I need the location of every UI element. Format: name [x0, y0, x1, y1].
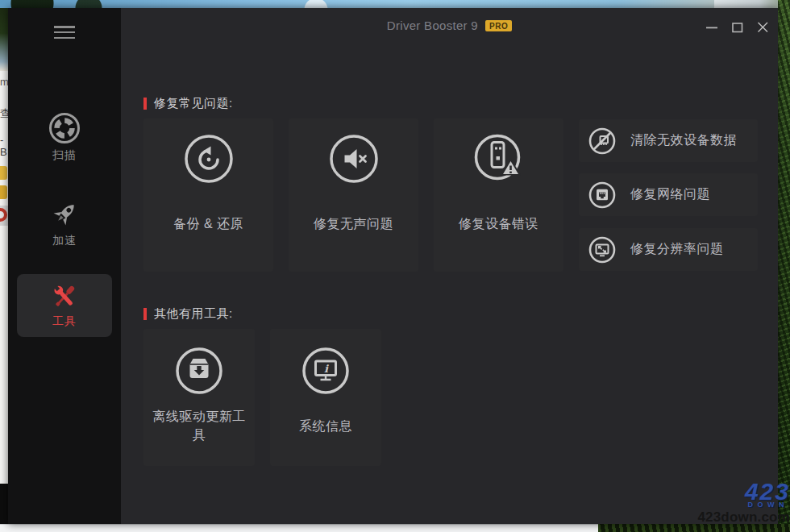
system-info-monitor-icon: i	[301, 347, 350, 395]
tile-fix-device-error[interactable]: 修复设备错误	[434, 118, 563, 272]
watermark-site-url: 423down.com	[684, 510, 790, 524]
tile-label: 备份 & 还原	[143, 205, 273, 242]
wallpaper-grass-bottom	[598, 524, 790, 532]
minimize-icon[interactable]	[706, 22, 718, 33]
backup-restore-icon	[184, 134, 234, 184]
mute-speaker-icon	[329, 134, 379, 184]
red-accent-bar	[143, 98, 147, 110]
driver-booster-window: 扫描 加速	[8, 8, 778, 524]
desktop: m 查 -B 扫描	[0, 0, 790, 532]
watermark-down: DOWN	[684, 501, 788, 509]
wallpaper-tree-right	[778, 0, 790, 532]
menu-hamburger-icon[interactable]	[54, 26, 75, 39]
background-window-left-edge: m 查 -B	[0, 8, 8, 524]
app-title: Driver Booster 9	[387, 19, 478, 32]
screen-resolution-icon	[588, 235, 617, 264]
background-text-fragment: 查	[0, 106, 8, 121]
sidebar-item-label: 加速	[8, 234, 121, 248]
tile-system-information[interactable]: i 系统信息	[270, 329, 381, 466]
rocket-icon	[48, 198, 81, 231]
button-label: 清除无效设备数据	[630, 132, 737, 149]
maximize-icon[interactable]	[732, 22, 743, 33]
svg-text:i: i	[324, 363, 329, 375]
tile-fix-no-sound[interactable]: 修复无声问题	[289, 118, 418, 272]
sidebar-item-label: 工具	[17, 314, 112, 329]
background-text-fragment: m	[0, 76, 8, 88]
background-folder-icon	[0, 185, 7, 199]
sidebar-item-label: 扫描	[8, 148, 121, 163]
device-error-icon	[474, 134, 524, 184]
button-clear-invalid-device-data[interactable]: 清除无效设备数据	[579, 119, 758, 162]
background-shadow	[0, 484, 8, 524]
button-label: 修复分辨率问题	[630, 241, 724, 258]
pro-badge: PRO	[485, 20, 512, 31]
tile-label: 系统信息	[270, 406, 381, 445]
clear-invalid-device-icon	[588, 127, 617, 156]
sidebar: 扫描 加速	[8, 8, 121, 524]
titlebar: Driver Booster 9 PRO	[121, 8, 778, 45]
sidebar-item-boost[interactable]: 加速	[8, 198, 121, 255]
wallpaper-leaves-left	[0, 8, 8, 71]
tile-offline-driver-updater[interactable]: 离线驱动更新工具	[143, 329, 255, 466]
sidebar-item-scan[interactable]: 扫描	[8, 111, 121, 168]
background-window-bottom-edge	[0, 524, 598, 532]
button-fix-network-problems[interactable]: 修复网络问题	[579, 173, 758, 216]
section-heading-other-tools: 其他有用工具:	[143, 306, 233, 322]
tile-label: 修复无声问题	[289, 205, 418, 242]
tile-label: 修复设备错误	[434, 205, 563, 242]
section-heading-fix: 修复常见问题:	[143, 96, 233, 111]
button-fix-resolution-problems[interactable]: 修复分辨率问题	[579, 228, 758, 271]
background-folder-icon	[0, 166, 7, 180]
watermark-423down: 423 DOWN 423down.com	[684, 480, 790, 524]
red-accent-bar	[143, 308, 147, 320]
tile-backup-restore[interactable]: 备份 & 还原	[143, 118, 273, 272]
ethernet-port-icon	[588, 181, 617, 210]
tools-wrench-icon	[49, 281, 80, 312]
tile-label: 离线驱动更新工具	[143, 406, 255, 445]
close-icon[interactable]	[757, 22, 769, 33]
sidebar-item-tools-active[interactable]: 工具	[17, 274, 112, 337]
scan-aperture-icon	[48, 111, 81, 145]
offline-driver-package-icon	[175, 347, 223, 395]
background-text-fragment: -B	[0, 134, 8, 158]
button-label: 修复网络问题	[630, 186, 710, 203]
window-controls	[706, 22, 769, 33]
